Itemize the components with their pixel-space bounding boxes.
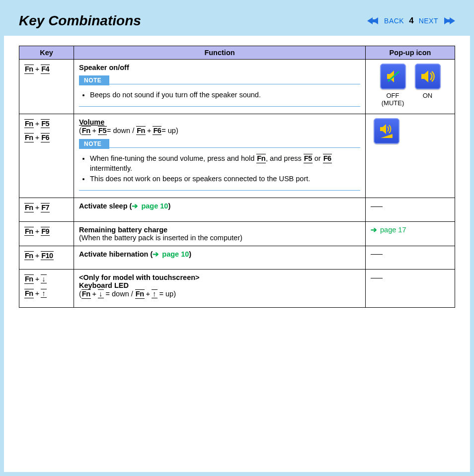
th-function: Function	[74, 46, 366, 60]
keycap-f9: F9	[41, 227, 50, 236]
volume-icon	[374, 118, 399, 144]
popup-cell	[366, 114, 455, 198]
page: Key Combinations BACK 4 NEXT Key Functio…	[4, 4, 470, 472]
keycap-up-arrow: ↑	[41, 289, 47, 298]
function-cell: <Only for model with touchscreen> Keyboa…	[74, 270, 366, 307]
row-title: Volume	[79, 118, 104, 126]
page-link[interactable]: ➔ page 17	[371, 226, 406, 234]
row-title: <Only for model with touchscreen>	[79, 273, 360, 281]
speaker-mute-icon	[380, 64, 406, 89]
next-arrow-icon[interactable]	[441, 16, 455, 25]
key-cell: Fn+F4	[19, 60, 74, 114]
th-key: Key	[19, 46, 74, 60]
row-title: Keyboard LED	[79, 281, 360, 289]
no-icon	[371, 206, 383, 207]
keycap-down-arrow: ↓	[41, 274, 47, 283]
row-title: Remaining battery charge	[79, 226, 360, 234]
keycap-fn: Fn	[24, 289, 34, 298]
svg-marker-1	[373, 17, 378, 24]
table-row: Fn+↓ Fn+↑ <Only for model with touchscre…	[19, 270, 455, 307]
function-cell: Activate sleep (➔ page 10)	[74, 198, 366, 221]
table-row: Fn+F7 Activate sleep (➔ page 10)	[19, 198, 455, 221]
note-item: Beeps do not sound if you turn off the s…	[90, 90, 360, 100]
keycap-f6: F6	[41, 133, 50, 142]
no-icon	[371, 254, 383, 255]
svg-marker-6	[421, 70, 428, 82]
function-cell: Remaining battery charge (When the batte…	[74, 221, 366, 246]
next-link[interactable]: NEXT	[419, 17, 438, 25]
row-title: Speaker on/off	[79, 64, 360, 71]
speaker-on-icon	[415, 64, 441, 89]
keycap-fn: Fn	[24, 65, 34, 74]
icon-label-off: OFF (MUTE)	[382, 92, 404, 107]
function-cell: Speaker on/off NOTE Beeps do not sound i…	[74, 60, 366, 114]
note-header: NOTE	[79, 139, 360, 149]
keycap-fn: Fn	[24, 274, 34, 284]
table-row: Fn+F9 Remaining battery charge (When the…	[19, 221, 455, 246]
link-arrow-icon: ➔	[132, 202, 138, 210]
keycap-fn: Fn	[24, 119, 34, 129]
link-arrow-icon: ➔	[153, 250, 159, 258]
popup-cell: ➔ page 17	[366, 221, 455, 246]
table-row: Fn+F10 Activate hibernation (➔ page 10)	[19, 246, 455, 270]
function-cell: Volume (Fn+F5= down / Fn+F6= up) NOTE Wh…	[74, 114, 366, 198]
svg-marker-3	[444, 17, 450, 24]
function-cell: Activate hibernation (➔ page 10)	[74, 246, 366, 270]
row-subtitle: (Fn+↓ = down / Fn+↑ = up)	[79, 289, 360, 299]
key-cell: Fn+↓ Fn+↑	[19, 270, 74, 307]
key-cell: Fn+F10	[19, 246, 74, 270]
svg-marker-8	[381, 134, 393, 138]
note-header: NOTE	[79, 75, 360, 85]
note-item: When fine-tuning the sound volume, press…	[90, 154, 360, 173]
key-combinations-table: Key Function Pop-up icon Fn+F4 Speaker o…	[19, 46, 455, 308]
icon-label-on: ON	[423, 92, 433, 100]
row-subtitle: (Fn+F5= down / Fn+F6= up)	[79, 126, 360, 136]
svg-marker-7	[380, 124, 386, 134]
page-link[interactable]: ➔ page 10	[153, 250, 189, 258]
page-number: 4	[409, 16, 413, 26]
no-icon	[371, 278, 383, 278]
keycap-f10: F10	[41, 251, 54, 261]
link-arrow-icon: ➔	[371, 226, 377, 234]
popup-cell	[366, 246, 455, 270]
note-body: When fine-tuning the sound volume, press…	[79, 151, 360, 191]
keycap-fn: Fn	[24, 203, 34, 212]
popup-cell	[366, 198, 455, 221]
table-row: Fn+F4 Speaker on/off NOTE Beeps do not s…	[19, 60, 455, 114]
page-title: Key Combinations	[19, 13, 141, 29]
popup-cell	[366, 270, 455, 307]
note-item: This does not work on beeps or speakers …	[90, 174, 360, 184]
content: Key Function Pop-up icon Fn+F4 Speaker o…	[4, 36, 470, 323]
note-tag: NOTE	[79, 139, 109, 149]
table-row: Fn+F5 Fn+F6 Volume (Fn+F5= down / Fn+F6=…	[19, 114, 455, 198]
back-arrow-icon[interactable]	[367, 16, 381, 25]
back-link[interactable]: BACK	[384, 17, 404, 25]
note-body: Beeps do not sound if you turn off the s…	[79, 87, 360, 107]
page-link[interactable]: ➔ page 10	[132, 202, 168, 210]
keycap-fn: Fn	[24, 251, 34, 261]
keycap-fn: Fn	[24, 227, 34, 236]
th-popup: Pop-up icon	[366, 46, 455, 60]
key-cell: Fn+F7	[19, 198, 74, 221]
page-nav: BACK 4 NEXT	[367, 16, 455, 26]
keycap-f4: F4	[41, 65, 50, 74]
keycap-fn: Fn	[24, 133, 34, 142]
note-tag: NOTE	[79, 75, 109, 85]
keycap-f7: F7	[41, 203, 50, 212]
key-cell: Fn+F5 Fn+F6	[19, 114, 74, 198]
keycap-f5: F5	[41, 119, 50, 129]
page-header: Key Combinations BACK 4 NEXT	[4, 4, 470, 36]
key-cell: Fn+F9	[19, 221, 74, 246]
popup-cell: OFF (MUTE)	[366, 60, 455, 114]
row-subtitle: (When the battery pack is inserted in th…	[79, 234, 360, 242]
